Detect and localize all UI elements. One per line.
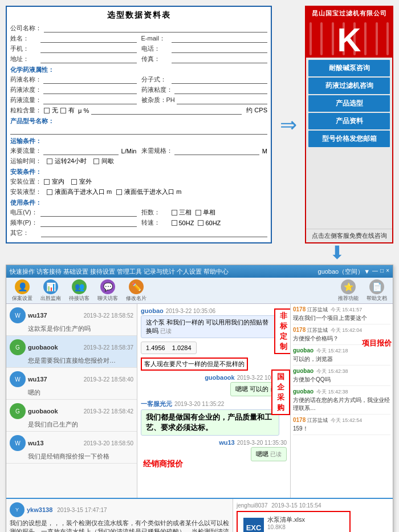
indoor-label: 室内 xyxy=(52,177,64,186)
three-phase-label: 三相 xyxy=(179,208,192,217)
outdoor-checkbox[interactable] xyxy=(71,179,77,185)
rp-header-4: guobao 今天 15:42:38 xyxy=(293,388,390,396)
hz60-cb[interactable] xyxy=(198,220,203,226)
session-4[interactable]: W wu13 2019-3-20 18:58:50 我们是经销商报价报一下价格 xyxy=(6,432,137,464)
three-phase-cb[interactable] xyxy=(172,210,177,216)
chat-menu-bar: 快速操作 访客接待 基础设置 接待设置 管理工具 记录与统计 个人设置 帮助中心 xyxy=(10,267,229,276)
bottom-sender-name: ykw3138 xyxy=(27,506,52,513)
session-text-3: 是我们自己生产的 xyxy=(10,420,118,429)
visc-field xyxy=(174,86,268,94)
toolbar-item-2[interactable]: 👥 待接访客 xyxy=(68,279,91,302)
fax-label: 传真： xyxy=(141,55,170,63)
minimize-button[interactable]: — xyxy=(372,267,378,276)
rp-msg-1: 0178 江苏盐城 今天 15:42:04 方便报个价格吗？ xyxy=(293,327,390,345)
session-text-4: 我们是经销商报价报一下价格 xyxy=(10,452,118,461)
below-inlet-label: 液面低于进水入口 m xyxy=(124,188,181,196)
indoor-checkbox[interactable] xyxy=(44,179,50,185)
toolbar-item-4[interactable]: ✏️ 修改名片 xyxy=(125,279,148,302)
msg-2: 客人现在要尺寸一样的但是不批样的 xyxy=(141,358,287,371)
addr-fax-row: 地址： 传真： xyxy=(10,55,267,63)
rp-text-3: 方便加个QQ吗 xyxy=(293,376,390,384)
rp-time-4: 今天 15:42:38 xyxy=(316,389,348,395)
session-header-4: W wu13 2019-3-20 18:58:50 xyxy=(10,435,133,451)
session-header-1: G guobaook 2019-3-22 18:58:37 xyxy=(10,339,133,355)
msg-sender-0: guobao xyxy=(141,307,164,314)
flow-unit: L/Min xyxy=(121,148,137,155)
logo-k-area: K xyxy=(306,20,392,58)
above-inlet-checkbox[interactable] xyxy=(47,189,52,195)
msg-3: guobaook 2019-3-22 10:35:52 嗯嗯 可以的 已读 xyxy=(141,374,287,396)
toolbar-help[interactable]: 📄 帮助文档 xyxy=(365,279,388,302)
single-phase-cb[interactable] xyxy=(196,210,201,216)
rp-time-1: 今天 15:42:04 xyxy=(331,327,363,333)
rp-header-2: guobao 今天 15:42:18 xyxy=(293,347,390,355)
transport-section: 运输条件： xyxy=(10,137,267,145)
transport-time-row: 运输时间： 运转24小时 间歇 xyxy=(10,157,267,165)
rp-header-0: 0178 江苏盐城 今天 15:41:57 xyxy=(293,306,390,314)
toolbar-label-0: 保案设置 xyxy=(12,295,32,302)
user-info[interactable]: guobao（空间）▼ xyxy=(318,267,370,276)
tel-col: 电话： xyxy=(141,44,268,53)
session-time-4: 2019-3-20 18:58:50 xyxy=(84,440,133,446)
msg-sender-5: wu13 xyxy=(219,439,235,446)
session-2[interactable]: W wu137 2019-3-22 18:58:40 嗯的 xyxy=(6,368,137,400)
menu-item-0[interactable]: 耐酸碱泵咨询 xyxy=(308,60,390,76)
toolbar-right: ⭐ 推荐功能 📄 帮助文档 xyxy=(337,279,388,302)
session-time-2: 2019-3-22 18:58:40 xyxy=(84,376,133,383)
rp-header-5: 0178 江苏盐城 今天 15:42:54 xyxy=(293,417,390,424)
voltage-switch-row: 电压(V)： 拒数： 三相 单相 xyxy=(10,208,267,217)
flow-impurity-row: 药液流量： 被杂质：PH xyxy=(10,96,267,104)
toolbar-label-4: 修改名片 xyxy=(126,295,146,302)
msg-header-3: guobaook 2019-3-22 10:35:52 xyxy=(141,374,287,381)
flow-rate-col: 来要流量： L/Min xyxy=(10,147,137,155)
help-label: 帮助文档 xyxy=(367,295,387,302)
addr-col: 地址： xyxy=(10,55,137,63)
bottom-sender-time: 2019-3-15 17:47:17 xyxy=(57,507,107,513)
right-panel: 项目报价 0178 江苏盐城 今天 15:41:57 现在我们一个项目上需要这个… xyxy=(290,304,393,498)
rp-text-5: 159！ xyxy=(293,425,390,433)
menu-item-1[interactable]: 药液过滤机咨询 xyxy=(308,78,390,94)
email-field xyxy=(172,35,268,43)
session-time-0: 2019-3-22 18:58:52 xyxy=(84,312,133,319)
maximize-button[interactable]: □ xyxy=(380,267,384,276)
session-1[interactable]: G guobaook 2019-3-22 18:58:37 您是需要我们直接给您… xyxy=(6,336,137,368)
session-name-1: guobaook xyxy=(28,344,58,351)
menu-item-2[interactable]: 产品选型 xyxy=(308,95,390,112)
transport24-checkbox[interactable] xyxy=(47,159,52,164)
below-inlet-checkbox[interactable] xyxy=(116,189,122,195)
session-0[interactable]: W wu137 2019-3-22 18:58:52 这款泵是你们生产的吗 xyxy=(6,304,137,336)
toolbar-item-3[interactable]: 💬 聊天访客 xyxy=(96,279,119,302)
install-env-label: 安装位置： xyxy=(10,177,42,186)
logo-k-letter: K xyxy=(337,23,361,56)
hz50-cb[interactable] xyxy=(172,220,177,226)
hz60-label: 60HZ xyxy=(205,220,221,226)
install-section: 安装条件： xyxy=(10,168,267,176)
rp-region-1: 江苏盐城 xyxy=(307,327,328,333)
toolbar-recommend[interactable]: ⭐ 推荐功能 xyxy=(337,279,360,302)
power-label: 频率(P)： xyxy=(10,218,39,227)
close-button[interactable]: × xyxy=(386,267,389,276)
have-checkbox[interactable] xyxy=(60,108,66,113)
session-avatar-2: W xyxy=(10,371,26,387)
toolbar-icon-4: ✏️ xyxy=(129,279,144,294)
transport24-label: 运转24小时 xyxy=(55,157,87,165)
top-section: 选型数据资料表 公司名称： 姓名： E-mail： 手机： 电话： xyxy=(0,0,399,246)
mol-col: 分子式： xyxy=(141,75,268,84)
toolbar-item-0[interactable]: 👤 保案设置 xyxy=(11,279,34,302)
menu-item-3[interactable]: 产品资料 xyxy=(308,113,390,129)
session-3[interactable]: G guobaook 2019-3-22 18:58:42 是我们自己生产的 xyxy=(6,400,137,432)
hz-col: 转速： 50HZ 60HZ xyxy=(141,218,268,227)
msg-header-4: 一客服光元 2019-3-20 11:35:22 xyxy=(141,400,287,408)
chat-main: W wu137 2019-3-22 18:58:52 这款泵是你们生产的吗 G … xyxy=(6,304,393,498)
toolbar-item-1[interactable]: 📊 出胜监南 xyxy=(39,279,62,302)
product-section: 产品型号名称： xyxy=(10,117,267,125)
mol-field xyxy=(172,76,268,84)
none-checkbox[interactable] xyxy=(44,108,50,113)
chem-section: 化学药液属性： xyxy=(10,66,267,74)
intermittent-checkbox[interactable] xyxy=(93,159,99,164)
drug-field xyxy=(43,76,137,84)
power-field xyxy=(40,219,137,227)
rp-header-1: 0178 江苏盐城 今天 15:42:04 xyxy=(293,327,390,334)
rp-msg-4: guobao 今天 15:42:38 方便的话在您的名片方式吗，我业业经理联系… xyxy=(293,388,390,415)
menu-item-4[interactable]: 型号价格发您邮箱 xyxy=(308,131,390,147)
